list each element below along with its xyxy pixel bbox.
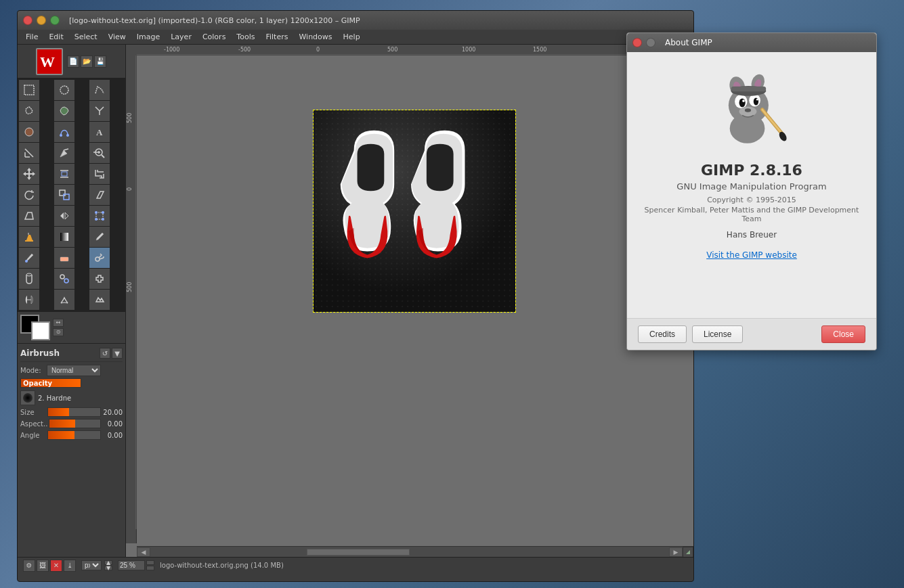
tool-scissors[interactable]	[89, 101, 110, 121]
scrollbar-thumb[interactable]	[307, 549, 410, 556]
menu-filters[interactable]: Filters	[260, 31, 293, 43]
toolbox-panel: W 📄 📂 💾	[18, 45, 126, 557]
menu-layer[interactable]: Layer	[165, 31, 197, 43]
status-icon-3[interactable]: ✕	[50, 560, 62, 572]
tool-cage[interactable]	[89, 206, 110, 226]
menu-tools[interactable]: Tools	[231, 31, 260, 43]
reset-colors-btn[interactable]: ⊙	[53, 328, 64, 336]
menu-windows[interactable]: Windows	[293, 31, 337, 43]
tool-blend[interactable]	[54, 227, 74, 247]
about-min-btn-titlebar[interactable]	[646, 38, 655, 47]
unit-down-btn[interactable]: ▼	[104, 566, 112, 570]
mode-select[interactable]: Normal	[47, 365, 101, 376]
tool-dodge-burn[interactable]	[19, 290, 39, 310]
tool-airbrush[interactable]	[89, 248, 110, 268]
size-slider-row: Size 20.00	[20, 407, 123, 417]
tool-free-select[interactable]	[89, 80, 110, 100]
zoom-input[interactable]	[118, 560, 145, 570]
status-icon-1[interactable]: ⚙	[23, 560, 35, 572]
svg-point-151	[745, 108, 751, 112]
credits-button[interactable]: Credits	[638, 325, 687, 343]
tool-rect-select[interactable]	[19, 80, 39, 100]
tool-rotate[interactable]	[19, 185, 39, 205]
zoom-in-btn[interactable]	[146, 560, 154, 565]
svg-point-33	[26, 273, 32, 276]
toolbox-save-btn[interactable]: 💾	[94, 55, 106, 68]
tool-crop[interactable]	[89, 164, 110, 184]
gimp-main-window: [logo-without-text.orig] (imported)-1.0 …	[17, 10, 694, 582]
mode-label: Mode:	[20, 367, 44, 374]
scrollbar-horizontal[interactable]: ◀ ▶	[137, 546, 693, 557]
tool-pencil[interactable]	[89, 227, 110, 247]
toolbox-new-file-btn[interactable]: 📄	[67, 55, 79, 68]
svg-line-155	[762, 110, 783, 135]
window-maximize-btn[interactable]	[50, 16, 60, 25]
tool-bucket-fill[interactable]	[19, 227, 39, 247]
svg-text:0: 0	[316, 47, 320, 53]
zoom-out-btn[interactable]	[146, 566, 154, 570]
tool-foreground-select[interactable]	[19, 122, 39, 142]
brush-preview[interactable]	[20, 390, 35, 405]
tool-fuzzy-select[interactable]	[19, 101, 39, 121]
menu-help[interactable]: Help	[338, 31, 366, 43]
angle-slider[interactable]	[47, 430, 101, 440]
svg-rect-153	[731, 87, 767, 91]
svg-point-24	[95, 218, 98, 221]
tool-paintbrush[interactable]	[19, 248, 39, 268]
tool-ink[interactable]	[19, 269, 39, 289]
scroll-right-btn[interactable]: ▶	[669, 547, 683, 557]
tool-shear[interactable]	[89, 185, 110, 205]
scrollbar-track[interactable]	[152, 549, 668, 556]
menu-file[interactable]: File	[20, 31, 43, 43]
aspect-slider[interactable]	[49, 419, 101, 428]
menu-edit[interactable]: Edit	[43, 31, 68, 43]
opacity-bar[interactable]: Opacity	[20, 378, 81, 388]
tool-options-menu-btn[interactable]: ▼	[112, 348, 123, 359]
menu-colors[interactable]: Colors	[197, 31, 231, 43]
background-color[interactable]	[31, 321, 50, 340]
swap-colors-btn[interactable]: ↔	[53, 319, 64, 327]
tool-ellipse-select[interactable]	[54, 80, 74, 100]
toolbox-open-btn[interactable]: 📂	[81, 55, 93, 68]
menu-view[interactable]: View	[103, 31, 131, 43]
about-buttons: Credits License Close	[627, 318, 876, 350]
canvas-image[interactable]	[313, 110, 516, 313]
tool-align[interactable]	[54, 164, 74, 184]
tool-color-picker[interactable]	[54, 143, 74, 163]
tool-clone[interactable]	[54, 269, 74, 289]
status-icon-4[interactable]: ⤓	[64, 560, 76, 572]
tool-select-by-color[interactable]	[54, 101, 74, 121]
status-icons: ⚙ 🖼 ✕ ⤓	[23, 560, 76, 572]
size-slider[interactable]	[47, 407, 101, 417]
tool-zoom[interactable]	[89, 143, 110, 163]
tool-measure[interactable]	[19, 143, 39, 163]
status-icon-2[interactable]: 🖼	[37, 560, 49, 572]
window-minimize-btn[interactable]	[37, 16, 46, 25]
aspect-slider-row: Aspect.. 0.00	[20, 419, 123, 428]
tool-text[interactable]: A	[89, 122, 110, 142]
tool-paths[interactable]	[54, 122, 74, 142]
tool-smudge[interactable]	[54, 290, 74, 310]
scroll-corner[interactable]	[683, 547, 693, 558]
svg-point-28	[25, 260, 28, 263]
tool-scale[interactable]	[54, 185, 74, 205]
license-button[interactable]: License	[692, 325, 743, 343]
tool-eraser[interactable]	[54, 248, 74, 268]
unit-select[interactable]: px	[81, 560, 102, 570]
unit-up-btn[interactable]: ▲	[104, 560, 112, 565]
scroll-left-btn[interactable]: ◀	[137, 547, 150, 557]
tool-options-reset-btn[interactable]: ↺	[100, 348, 110, 359]
about-website-link[interactable]: Visit the GIMP website	[706, 250, 797, 260]
svg-text:-1000: -1000	[164, 47, 179, 53]
menu-image[interactable]: Image	[131, 31, 165, 43]
window-close-btn[interactable]	[23, 16, 33, 25]
about-close-button[interactable]: Close	[821, 325, 865, 343]
menu-select[interactable]: Select	[69, 31, 103, 43]
aspect-slider-fill	[49, 420, 74, 428]
tool-sharpen[interactable]	[89, 290, 110, 310]
tool-move[interactable]	[19, 164, 39, 184]
about-close-btn-titlebar[interactable]	[632, 38, 642, 47]
tool-flip[interactable]	[54, 206, 74, 226]
tool-perspective[interactable]	[19, 206, 39, 226]
tool-heal[interactable]	[89, 269, 110, 289]
